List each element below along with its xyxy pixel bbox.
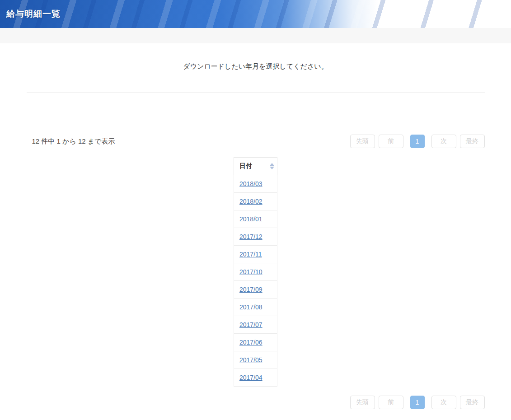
- pagination-last-button[interactable]: 最終: [460, 135, 485, 148]
- table-row: 2017/05: [234, 351, 277, 369]
- pagination-prev-button[interactable]: 前: [379, 135, 403, 148]
- app-header: 給与明細一覧: [0, 0, 511, 28]
- sub-header-bar: [0, 28, 511, 43]
- pagination-first-button[interactable]: 先頭: [350, 135, 375, 148]
- table-row: 2017/12: [234, 228, 277, 246]
- date-link[interactable]: 2017/12: [239, 233, 263, 240]
- date-link[interactable]: 2017/07: [239, 321, 263, 328]
- date-cell: 2017/04: [234, 369, 277, 387]
- table-row: 2017/06: [234, 334, 277, 351]
- pagination-prev-button[interactable]: 前: [379, 396, 403, 409]
- date-link[interactable]: 2017/06: [239, 339, 263, 346]
- sort-asc-caret-icon: [270, 163, 274, 166]
- table-row: 2017/09: [234, 281, 277, 299]
- date-link[interactable]: 2017/10: [239, 268, 263, 275]
- date-table: 日付 2018/032018/022018/012017/122017/1120…: [234, 157, 277, 387]
- date-link[interactable]: 2018/03: [239, 180, 263, 187]
- date-column-label: 日付: [239, 162, 252, 169]
- pagination-first-button[interactable]: 先頭: [350, 396, 375, 409]
- date-cell: 2018/02: [234, 193, 277, 210]
- table-row: 2017/04: [234, 369, 277, 387]
- date-cell: 2017/09: [234, 281, 277, 299]
- date-link[interactable]: 2018/01: [239, 215, 263, 223]
- top-toolbar: 12 件中 1 から 12 まで表示 先頭 前 1 次 最終: [27, 135, 485, 148]
- date-cell: 2017/06: [234, 334, 277, 351]
- pagination-top: 先頭 前 1 次 最終: [350, 135, 485, 148]
- table-row: 2017/10: [234, 263, 277, 281]
- date-link[interactable]: 2017/11: [239, 251, 262, 258]
- date-link[interactable]: 2017/04: [239, 374, 263, 381]
- date-cell: 2017/05: [234, 351, 277, 369]
- date-table-body: 2018/032018/022018/012017/122017/112017/…: [234, 175, 277, 387]
- date-cell: 2017/12: [234, 228, 277, 246]
- pagination-last-button[interactable]: 最終: [460, 396, 485, 409]
- date-cell: 2018/01: [234, 210, 277, 228]
- record-count-info: 12 件中 1 から 12 まで表示: [32, 137, 115, 146]
- table-row: 2017/08: [234, 299, 277, 316]
- date-link[interactable]: 2018/02: [239, 198, 263, 205]
- pagination-bottom: 先頭 前 1 次 最終: [350, 396, 485, 409]
- pagination-page-1-button[interactable]: 1: [410, 135, 425, 148]
- date-cell: 2017/07: [234, 316, 277, 334]
- pagination-page-1-button[interactable]: 1: [410, 396, 425, 409]
- table-row: 2017/11: [234, 246, 277, 263]
- bottom-toolbar: 先頭 前 1 次 最終: [27, 396, 485, 409]
- sort-icon[interactable]: [270, 163, 274, 169]
- pagination-next-button[interactable]: 次: [431, 396, 456, 409]
- pagination-next-button[interactable]: 次: [431, 135, 456, 148]
- page-title: 給与明細一覧: [6, 8, 61, 20]
- table-row: 2017/07: [234, 316, 277, 334]
- table-header-row: 日付: [234, 158, 277, 175]
- sort-desc-caret-icon: [270, 167, 274, 169]
- date-table-wrapper: 日付 2018/032018/022018/012017/122017/1120…: [27, 157, 485, 387]
- date-column-header[interactable]: 日付: [234, 158, 277, 175]
- instruction-text: ダウンロードしたい年月を選択してください。: [27, 62, 485, 71]
- date-link[interactable]: 2017/08: [239, 303, 263, 311]
- table-row: 2018/03: [234, 175, 277, 193]
- date-cell: 2017/11: [234, 246, 277, 263]
- date-cell: 2017/10: [234, 263, 277, 281]
- table-row: 2018/01: [234, 210, 277, 228]
- table-row: 2018/02: [234, 193, 277, 210]
- section-divider: [27, 92, 485, 93]
- main-content: ダウンロードしたい年月を選択してください。 12 件中 1 から 12 まで表示…: [27, 62, 485, 409]
- date-link[interactable]: 2017/05: [239, 356, 263, 364]
- date-cell: 2017/08: [234, 299, 277, 316]
- date-link[interactable]: 2017/09: [239, 286, 263, 293]
- date-cell: 2018/03: [234, 175, 277, 193]
